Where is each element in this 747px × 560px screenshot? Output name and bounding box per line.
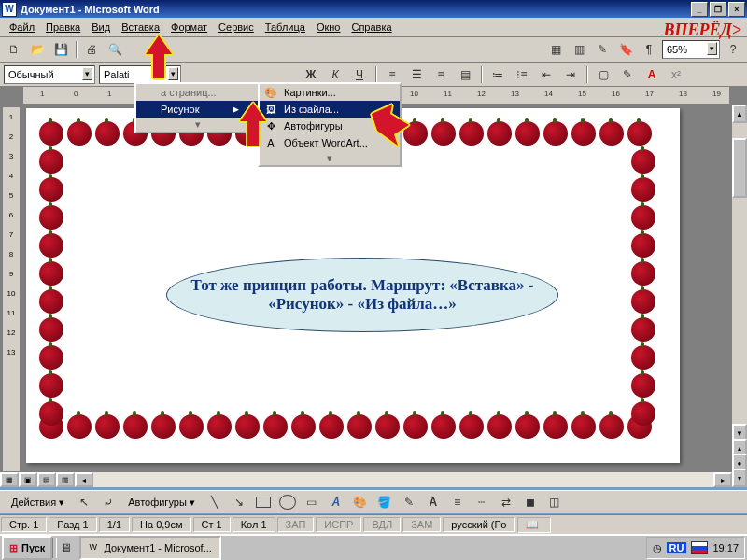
picture-submenu-item[interactable]: 🎨Картинки... bbox=[260, 84, 400, 101]
font-color-draw-icon[interactable]: A bbox=[423, 492, 444, 512]
next-page-icon[interactable]: ▾ bbox=[732, 469, 747, 487]
forward-overlay-label[interactable]: ВПЕРЁД> bbox=[663, 21, 741, 40]
autoshapes-menu[interactable]: Автофигуры ▾ bbox=[122, 495, 201, 511]
line-color-icon[interactable]: ✎ bbox=[399, 492, 419, 512]
svg-marker-0 bbox=[146, 35, 172, 78]
open-icon[interactable]: 📂 bbox=[27, 39, 48, 60]
clock[interactable]: 19:17 bbox=[712, 542, 739, 553]
borders-icon[interactable]: ▢ bbox=[593, 64, 613, 85]
page-break-item[interactable]: а страниц... bbox=[136, 84, 260, 101]
menu-view[interactable]: Вид bbox=[86, 20, 116, 35]
menu-insert[interactable]: Вставка bbox=[116, 20, 165, 35]
tray-icon[interactable]: ◷ bbox=[653, 542, 662, 554]
window-title: Документ1 - Microsoft Word bbox=[21, 4, 689, 15]
line-icon[interactable]: ╲ bbox=[204, 492, 225, 512]
view-web-icon[interactable]: ▣ bbox=[19, 472, 37, 487]
zoom-combo[interactable]: 65% bbox=[662, 40, 720, 59]
style-combo[interactable]: Обычный bbox=[4, 65, 95, 84]
status-section: Разд 1 bbox=[49, 517, 96, 532]
scroll-right-icon[interactable]: ▸ bbox=[713, 472, 732, 487]
map-icon[interactable]: 🔖 bbox=[615, 39, 636, 60]
quick-launch-icon[interactable]: 🖥 bbox=[57, 539, 76, 557]
3d-icon[interactable]: ◫ bbox=[544, 492, 565, 512]
status-rec[interactable]: ЗАП bbox=[277, 517, 315, 532]
menu-file[interactable]: Файл bbox=[4, 20, 40, 35]
numbering-icon[interactable]: ≔ bbox=[487, 64, 508, 85]
start-button[interactable]: ⊞ Пуск bbox=[2, 536, 52, 560]
view-print-icon[interactable]: ▤ bbox=[37, 472, 56, 487]
minimize-button[interactable]: _ bbox=[691, 2, 708, 17]
preview-icon[interactable]: 🔍 bbox=[105, 39, 125, 60]
svg-marker-1 bbox=[240, 103, 266, 146]
taskbar-app-button[interactable]: W Документ1 - Microsof... bbox=[79, 536, 220, 560]
select-icon[interactable]: ↖ bbox=[74, 492, 94, 512]
outdent-icon[interactable]: ⇤ bbox=[536, 64, 557, 85]
fill-color-icon[interactable]: 🪣 bbox=[374, 492, 395, 512]
print-icon[interactable]: 🖨 bbox=[81, 39, 102, 60]
status-page: Стр. 1 bbox=[1, 517, 47, 532]
status-trk[interactable]: ИСПР bbox=[316, 517, 361, 532]
taskbar: ⊞ Пуск 🖥 W Документ1 - Microsof... ◷ RU … bbox=[0, 534, 747, 560]
menu-expand-icon[interactable]: ▾ bbox=[260, 151, 400, 165]
menu-item-icon: 🎨 bbox=[263, 85, 278, 100]
scroll-up-icon[interactable]: ▲ bbox=[732, 105, 747, 123]
align-center-icon[interactable]: ☰ bbox=[406, 64, 427, 85]
status-bar: Стр. 1 Разд 1 1/1 На 0,9см Ст 1 Кол 1 ЗА… bbox=[0, 514, 747, 534]
status-language[interactable]: русский (Ро bbox=[443, 517, 514, 532]
tutorial-arrow-2 bbox=[236, 103, 270, 149]
justify-icon[interactable]: ▤ bbox=[455, 64, 475, 85]
columns-icon[interactable]: ▥ bbox=[569, 39, 589, 60]
line-style-icon[interactable]: ≡ bbox=[447, 492, 468, 512]
shadow-icon[interactable]: ◼ bbox=[520, 492, 541, 512]
status-ovr[interactable]: ЗАМ bbox=[402, 517, 441, 532]
menu-window[interactable]: Окно bbox=[311, 20, 346, 35]
clipart-icon[interactable]: 🎨 bbox=[350, 492, 371, 512]
view-outline-icon[interactable]: ▥ bbox=[56, 472, 75, 487]
wordart-icon[interactable]: A bbox=[326, 492, 346, 512]
scroll-left-icon[interactable]: ◂ bbox=[75, 472, 93, 487]
separator bbox=[76, 41, 77, 58]
new-doc-icon[interactable]: 🗋 bbox=[4, 39, 24, 60]
horizontal-scrollbar[interactable]: ▦ ▣ ▤ ▥ ◂ ▸ bbox=[0, 471, 732, 487]
close-button[interactable]: × bbox=[728, 2, 745, 17]
bullets-icon[interactable]: ⁝≡ bbox=[512, 64, 532, 85]
font-color-icon[interactable]: A bbox=[641, 64, 662, 85]
table-icon[interactable]: ▦ bbox=[545, 39, 566, 60]
draw-actions-menu[interactable]: Действия ▾ bbox=[6, 495, 70, 511]
align-right-icon[interactable]: ≡ bbox=[430, 64, 451, 85]
menu-table[interactable]: Таблица bbox=[260, 20, 311, 35]
view-normal-icon[interactable]: ▦ bbox=[0, 472, 19, 487]
status-ext[interactable]: ВДЛ bbox=[363, 517, 401, 532]
drawing-icon[interactable]: ✎ bbox=[592, 39, 613, 60]
highlight-icon[interactable]: ✎ bbox=[617, 64, 638, 85]
menu-help[interactable]: Справка bbox=[345, 20, 397, 35]
textbox-icon[interactable]: ▭ bbox=[302, 492, 322, 512]
flag-icon[interactable] bbox=[691, 541, 708, 554]
superscript-icon[interactable]: x² bbox=[666, 64, 686, 85]
status-at: На 0,9см bbox=[132, 517, 190, 532]
rectangle-icon[interactable] bbox=[253, 492, 274, 512]
save-icon[interactable]: 💾 bbox=[50, 39, 71, 60]
paragraph-icon[interactable]: ¶ bbox=[639, 39, 659, 60]
drawing-toolbar: Действия ▾ ↖ ⤾ Автофигуры ▾ ╲ ↘ ▭ A 🎨 🪣 … bbox=[0, 490, 747, 513]
callout-shape[interactable]: Тот же принцип работы. Маршрут: «Вставка… bbox=[166, 258, 558, 332]
status-book-icon[interactable]: 📖 bbox=[517, 517, 551, 533]
scroll-thumb[interactable] bbox=[732, 138, 747, 198]
arrow-icon[interactable]: ↘ bbox=[229, 492, 249, 512]
menu-edit[interactable]: Правка bbox=[40, 20, 86, 35]
rotate-icon[interactable]: ⤾ bbox=[98, 492, 119, 512]
language-indicator[interactable]: RU bbox=[667, 542, 687, 553]
vertical-ruler[interactable]: 12345678910111213 bbox=[2, 106, 21, 485]
menu-tools[interactable]: Сервис bbox=[213, 20, 260, 35]
help-icon[interactable]: ? bbox=[723, 39, 743, 60]
restore-button[interactable]: ❐ bbox=[710, 2, 726, 17]
oval-icon[interactable] bbox=[277, 492, 298, 512]
dash-style-icon[interactable]: ┄ bbox=[472, 492, 492, 512]
vertical-scrollbar[interactable]: ▲ ▼ ▴ ● ▾ bbox=[731, 105, 747, 487]
status-line: Ст 1 bbox=[193, 517, 231, 532]
windows-logo-icon: ⊞ bbox=[9, 542, 18, 554]
indent-icon[interactable]: ⇥ bbox=[560, 64, 581, 85]
tutorial-arrow-1 bbox=[142, 35, 176, 82]
arrow-style-icon[interactable]: ⇄ bbox=[496, 492, 516, 512]
menu-format[interactable]: Формат bbox=[165, 20, 213, 35]
